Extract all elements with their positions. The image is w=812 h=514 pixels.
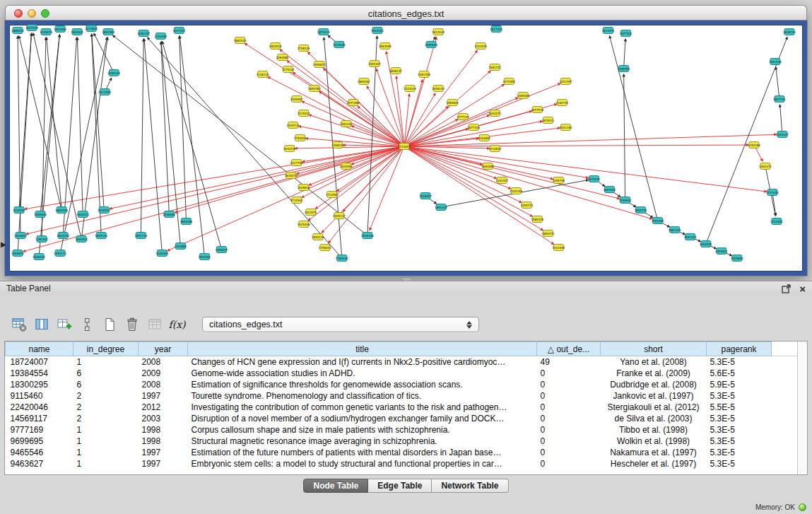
table-cell[interactable]: Yano et al. (2008): [601, 356, 707, 368]
graph-node[interactable]: 1724007: [398, 144, 411, 150]
table-row[interactable]: 1830029562008Estimation of significance …: [6, 379, 798, 390]
graph-node[interactable]: 1495733: [520, 202, 533, 209]
graph-node[interactable]: 1585822: [446, 100, 459, 106]
graph-node[interactable]: 1213844: [85, 25, 98, 32]
graph-node[interactable]: 1902213: [76, 211, 89, 218]
graph-node[interactable]: 2071580: [347, 100, 360, 106]
table-cell[interactable]: Nakamura et al. (1997): [601, 447, 707, 458]
new-table-button[interactable]: [99, 315, 119, 334]
graph-node[interactable]: 2204963: [340, 163, 353, 170]
table-cell[interactable]: Dudbridge et al. (2008): [601, 379, 707, 390]
graph-node[interactable]: 1758129: [298, 45, 310, 52]
graph-node[interactable]: 1604452: [700, 241, 712, 247]
close-window-button[interactable]: [14, 9, 23, 18]
table-cell[interactable]: 9115460: [6, 390, 73, 402]
table-cell[interactable]: 5.3E-5: [707, 424, 772, 436]
table-cell[interactable]: 1: [73, 424, 139, 436]
graph-node[interactable]: 1585429: [531, 216, 543, 223]
graph-node[interactable]: 1925713: [287, 122, 300, 129]
graph-node[interactable]: 2026080: [163, 211, 175, 218]
table-row[interactable]: 1938455462009Genome-wide association stu…: [6, 368, 798, 379]
graph-node[interactable]: 1905127: [333, 213, 346, 219]
table-cell[interactable]: Jankovic et al. (1997): [601, 390, 707, 402]
table-cell[interactable]: 2: [73, 413, 139, 424]
graph-node[interactable]: 1771035: [766, 189, 779, 196]
close-panel-icon[interactable]: ×: [799, 284, 806, 293]
graph-node[interactable]: 1651733: [134, 233, 147, 239]
graph-node[interactable]: 1120462: [154, 33, 167, 40]
graph-node[interactable]: 1973453: [502, 78, 515, 85]
tab-edge-table[interactable]: Edge Table: [368, 479, 432, 493]
table-cell[interactable]: 5.3E-5: [707, 413, 772, 424]
graph-node[interactable]: 1883270: [541, 230, 554, 237]
graph-node[interactable]: 1626153: [432, 86, 445, 92]
graph-node[interactable]: 1896137: [389, 68, 402, 74]
table-row[interactable]: 969969511998Structural magnetic resonanc…: [6, 436, 798, 447]
table-cell[interactable]: 1998: [139, 436, 188, 447]
graph-node[interactable]: 1620918: [269, 43, 282, 49]
graph-node[interactable]: 1159358: [748, 142, 760, 148]
graph-node[interactable]: 1210634: [488, 146, 501, 152]
table-row[interactable]: 946362711997Embryonic stem cells: a mode…: [6, 458, 798, 469]
table-row[interactable]: 946554611997Estimation of the future num…: [6, 447, 798, 458]
graph-node[interactable]: 1136118: [257, 71, 269, 78]
graph-node[interactable]: 1095794: [552, 177, 565, 184]
graph-node[interactable]: 1322019: [404, 86, 416, 92]
table-cell[interactable]: Stergiakouli et al. (2012): [601, 402, 707, 413]
graph-node[interactable]: 1877518: [531, 107, 543, 113]
table-cell[interactable]: Structural magnetic resonance image aver…: [188, 436, 537, 447]
graph-node[interactable]: 1275141: [282, 66, 295, 73]
graph-node[interactable]: 1098244: [331, 142, 344, 148]
column-header[interactable]: title: [188, 342, 537, 356]
graph-node[interactable]: 2052157: [137, 30, 150, 37]
column-header[interactable]: name: [6, 342, 73, 356]
graph-node[interactable]: 1120547: [13, 207, 25, 214]
table-cell[interactable]: 1997: [139, 458, 188, 469]
graph-node[interactable]: 1265840: [34, 211, 47, 218]
table-cell[interactable]: Estimation of significance thresholds fo…: [188, 379, 537, 390]
float-panel-icon[interactable]: [782, 284, 791, 293]
graph-node[interactable]: 1511954: [98, 89, 111, 95]
graph-node[interactable]: 1859384: [102, 29, 114, 35]
graph-node[interactable]: 1224006: [333, 42, 346, 48]
show-columns-button[interactable]: [31, 315, 52, 334]
graph-node[interactable]: 1830272: [285, 173, 298, 179]
table-row[interactable]: 1456911722003Disruption of a novel membe…: [6, 413, 798, 424]
graph-node[interactable]: 1906242: [33, 254, 45, 260]
graph-node[interactable]: 1604271: [488, 110, 501, 117]
table-cell[interactable]: 1997: [139, 390, 188, 402]
graph-node[interactable]: 1817304: [490, 26, 502, 33]
graph-node[interactable]: 1215312: [298, 110, 310, 117]
row-options-button[interactable]: [76, 315, 97, 334]
graph-node[interactable]: 1867922: [604, 187, 616, 193]
table-cell[interactable]: 9777169: [6, 424, 73, 436]
table-cell[interactable]: 2008: [139, 379, 188, 390]
graph-node[interactable]: 1712904: [290, 197, 303, 204]
graph-node[interactable]: 1205874: [40, 29, 52, 35]
function-builder-button[interactable]: f(x): [167, 315, 187, 334]
table-cell[interactable]: 5.3E-5: [707, 458, 772, 469]
graph-node[interactable]: 1954111: [54, 250, 66, 257]
window-titlebar[interactable]: citations_edges.txt: [5, 5, 807, 22]
vertical-scrollbar[interactable]: [797, 341, 807, 474]
graph-node[interactable]: 1590513: [98, 207, 110, 214]
table-cell[interactable]: 0: [537, 390, 601, 402]
graph-node[interactable]: 1857081: [199, 254, 211, 260]
graph-node[interactable]: 1954871: [313, 62, 326, 68]
graph-node[interactable]: 1895188: [180, 218, 193, 225]
add-column-button[interactable]: [54, 315, 74, 334]
graph-node[interactable]: 1526237: [216, 247, 228, 253]
table-cell[interactable]: Tourette syndrome. Phenomenology and cla…: [188, 390, 537, 402]
graph-node[interactable]: 1822690: [54, 26, 66, 33]
table-cell[interactable]: 0: [537, 458, 601, 469]
tab-node-table[interactable]: Node Table: [303, 479, 368, 493]
table-cell[interactable]: 1997: [139, 447, 188, 458]
graph-node[interactable]: 1523890: [731, 255, 743, 262]
graph-node[interactable]: 1836704: [783, 29, 796, 35]
table-cell[interactable]: 18300295: [6, 379, 73, 390]
graph-node[interactable]: 1830116: [312, 234, 324, 240]
graph-node[interactable]: 1642205: [283, 146, 296, 152]
graph-node[interactable]: 1760344: [336, 255, 348, 262]
column-header[interactable]: short: [601, 342, 707, 356]
table-cell[interactable]: Changes of HCN gene expression and I(f) …: [188, 356, 537, 368]
